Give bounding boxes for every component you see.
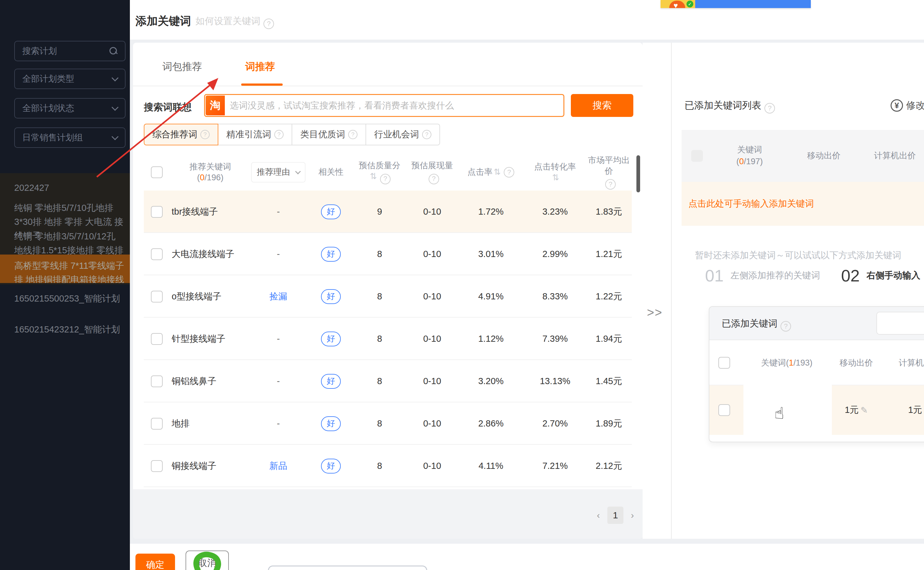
tab-word-package[interactable]: 词包推荐 bbox=[162, 60, 202, 74]
tab-word-recommend[interactable]: 词推荐 bbox=[245, 60, 275, 74]
plan-status-label: 全部计划状态 bbox=[22, 103, 74, 114]
chip-category[interactable]: 类目优质词? bbox=[292, 124, 366, 146]
help-icon[interactable]: ? bbox=[263, 18, 274, 29]
select-all-checkbox[interactable] bbox=[718, 357, 730, 369]
reason-cell[interactable]: 捡漏 bbox=[249, 275, 308, 318]
help-icon[interactable]: ? bbox=[428, 174, 439, 184]
next-page-button[interactable]: › bbox=[631, 510, 634, 521]
search-button[interactable]: 搜索 bbox=[571, 94, 633, 117]
help-icon[interactable]: ? bbox=[274, 130, 284, 139]
plan-search-input[interactable]: 搜索计划 bbox=[14, 41, 125, 61]
help-icon[interactable]: ? bbox=[422, 130, 431, 139]
chip-comprehensive[interactable]: 综合推荐词? bbox=[144, 124, 218, 146]
added-keywords-popover: 已添加关键词? 关键词(1/193) 移动出价 计算机出价 ☝ 1元✎ bbox=[709, 306, 924, 442]
manual-input-link[interactable]: 点击此处可手动输入添加关键词 bbox=[688, 198, 814, 210]
sort-icon[interactable]: ⇅ bbox=[552, 173, 559, 182]
added-keyword-row[interactable]: ☝ 1元✎ 1元✎ bbox=[709, 385, 924, 435]
col-market-bid: 市场平均出价? bbox=[586, 154, 632, 190]
row-checkbox[interactable] bbox=[151, 291, 163, 302]
reason-cell: - bbox=[249, 233, 308, 275]
cvr-cell: 7.21% bbox=[524, 445, 586, 487]
row-checkbox[interactable] bbox=[151, 206, 163, 218]
help-icon[interactable]: ? bbox=[504, 167, 514, 178]
bid-cell: 1.94元 bbox=[586, 318, 632, 360]
row-checkbox[interactable] bbox=[151, 248, 163, 260]
plan-item[interactable]: 1650215500253_智能计划 bbox=[0, 292, 130, 306]
relevance-badge: 好 bbox=[321, 374, 341, 389]
page-number[interactable]: 1 bbox=[607, 507, 623, 524]
col-mobile-bid: 移动出价 bbox=[799, 130, 849, 182]
table-row[interactable]: tbr接线端子 - 好 9 0-10 1.72% 3.23% 1.83元 bbox=[144, 190, 632, 233]
col-relevance: 相关性 bbox=[312, 154, 349, 190]
row-checkbox[interactable] bbox=[718, 404, 730, 416]
cvr-cell: 8.33% bbox=[524, 275, 586, 318]
impress-cell: 0-10 bbox=[405, 190, 459, 233]
cancel-button[interactable]: 取消 bbox=[185, 550, 229, 570]
relevance-badge: 好 bbox=[321, 459, 341, 473]
plan-item[interactable]: 1650215423212_智能计划 bbox=[0, 323, 130, 337]
popover-input[interactable] bbox=[877, 312, 924, 335]
sort-icon[interactable]: ⇅ bbox=[494, 167, 501, 178]
row-checkbox[interactable] bbox=[151, 375, 163, 387]
col-quality-score: 预估质量分 ⇅? bbox=[354, 154, 405, 190]
select-all-checkbox[interactable] bbox=[151, 166, 163, 178]
ctr-cell: 1.72% bbox=[461, 190, 521, 233]
plan-type-select[interactable]: 全部计划类型 bbox=[14, 69, 125, 89]
manual-input-row[interactable]: 点击此处可手动输入添加关键词 bbox=[682, 182, 924, 226]
keyword-search-input[interactable] bbox=[230, 96, 554, 115]
plan-status-select[interactable]: 全部计划状态 bbox=[14, 98, 125, 118]
col-keyword: 推荐关键词 (0/196) bbox=[171, 154, 249, 190]
row-checkbox[interactable] bbox=[151, 333, 163, 345]
help-icon[interactable]: ? bbox=[605, 179, 616, 190]
select-all-checkbox-disabled bbox=[691, 150, 703, 162]
table-row[interactable]: 铜接线端子 新品 好 8 0-10 4.11% 7.21% 2.12元 bbox=[144, 445, 632, 487]
word-type-chips: 综合推荐词? 精准引流词? 类目优质词? 行业机会词? bbox=[144, 124, 440, 146]
chip-industry[interactable]: 行业机会词? bbox=[366, 124, 440, 146]
chevron-down-icon bbox=[112, 75, 119, 82]
reason-cell[interactable]: 新品 bbox=[249, 445, 308, 487]
impress-cell: 0-10 bbox=[405, 402, 459, 445]
col-cvr: 点击转化率⇅ bbox=[524, 154, 586, 190]
bid-cell: 1.45元 bbox=[586, 360, 632, 402]
reason-filter-select[interactable]: 推荐理由 bbox=[251, 162, 306, 182]
table-row[interactable]: 大电流接线端子 - 好 8 0-10 3.01% 2.99% 1.21元 bbox=[144, 233, 632, 275]
table-row[interactable]: 铜铝线鼻子 - 好 8 0-10 3.20% 13.13% 1.45元 bbox=[144, 360, 632, 402]
browser-extension-banner: ✓ bbox=[661, 0, 811, 8]
dialog-help-link[interactable]: 如何设置关键词? bbox=[196, 15, 274, 29]
row-checkbox[interactable] bbox=[151, 460, 163, 472]
prev-page-button[interactable]: ‹ bbox=[597, 510, 600, 521]
bid-cell: 2.12元 bbox=[586, 445, 632, 487]
table-row[interactable]: o型接线端子 捡漏 好 8 0-10 4.91% 8.33% 1.22元 bbox=[144, 275, 632, 318]
bid-cell: 1.21元 bbox=[586, 233, 632, 275]
plan-item-active[interactable]: 高桥型零线排 7*11零线端子排 地排铜排配电箱接地接线端子 bbox=[0, 254, 130, 283]
col-impressions: 预估展现量? bbox=[405, 154, 459, 190]
keyword-recommend-card: 词包推荐 词推荐 搜索词联想 淘 搜索 综合推荐词? 精准引流词? 类目优质词? bbox=[133, 43, 643, 539]
table-scrollbar[interactable] bbox=[636, 155, 640, 192]
plan-item[interactable]: 2022427 bbox=[0, 181, 130, 195]
help-icon[interactable]: ? bbox=[348, 130, 358, 139]
help-icon[interactable]: ? bbox=[780, 321, 791, 331]
screen: 搜索计划 全部计划类型 全部计划状态 日常销售计划组 2022427 纯铜 零地… bbox=[0, 0, 924, 570]
keyword-cell[interactable] bbox=[743, 382, 832, 438]
help-icon[interactable]: ? bbox=[380, 174, 390, 184]
add-keywords-dialog: 添加关键词 如何设置关键词? 词包推荐 词推荐 搜索词联想 淘 搜索 综合推荐词… bbox=[130, 0, 924, 570]
help-icon[interactable]: ? bbox=[200, 130, 210, 139]
table-row[interactable]: 针型接线端子 - 好 8 0-10 1.12% 7.39% 1.94元 bbox=[144, 318, 632, 360]
score-cell: 8 bbox=[354, 318, 405, 360]
help-icon[interactable]: ? bbox=[765, 103, 775, 113]
plan-group-select[interactable]: 日常销售计划组 bbox=[14, 127, 125, 148]
plan-search-placeholder: 搜索计划 bbox=[22, 45, 57, 57]
ctr-cell: 4.11% bbox=[461, 445, 521, 487]
row-checkbox[interactable] bbox=[151, 418, 163, 430]
relevance-badge: 好 bbox=[321, 204, 341, 219]
confirm-button[interactable]: 确定 bbox=[135, 554, 175, 570]
empty-state-text: 暂时还未添加关键词～可以试试以下方式添加关键词 bbox=[672, 249, 924, 262]
ctr-cell: 4.91% bbox=[461, 275, 521, 318]
popover-table-header: 关键词(1/193) 移动出价 计算机出价 bbox=[709, 340, 924, 385]
modify-bid-button[interactable]: ¥ 修改 bbox=[890, 99, 924, 112]
chip-precision[interactable]: 精准引流词? bbox=[218, 124, 292, 146]
sort-icon[interactable]: ⇅ bbox=[370, 172, 377, 181]
edit-pencil-icon[interactable]: ✎ bbox=[861, 405, 868, 415]
table-row[interactable]: 地排 - 好 8 0-10 2.86% 2.70% 1.89元 bbox=[144, 402, 632, 445]
expand-panel-button[interactable]: >> bbox=[647, 306, 663, 319]
